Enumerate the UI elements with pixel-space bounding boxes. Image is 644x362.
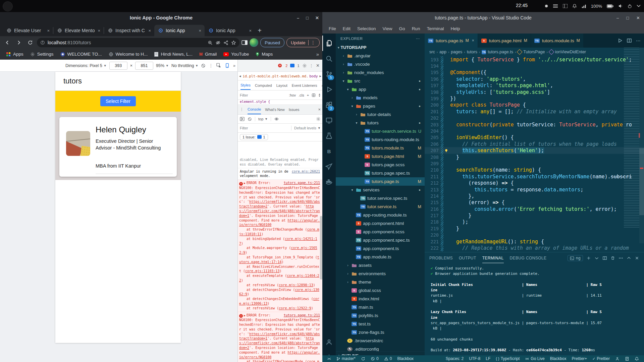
network-icon[interactable] xyxy=(582,4,586,8)
volume-icon[interactable] xyxy=(618,4,623,8)
shell-selector[interactable]: ng xyxy=(568,255,583,261)
device-toolbar-options-icon[interactable]: ⋮ xyxy=(209,63,213,68)
tree-folder[interactable]: ›.vscode xyxy=(336,60,425,68)
menu-icon[interactable] xyxy=(553,4,558,8)
console-sidebar-icon[interactable] xyxy=(240,117,245,121)
console-source-link[interactable]: tutors.page.ts:211 xyxy=(284,313,320,318)
tree-folder[interactable]: ▾services● xyxy=(336,186,425,194)
drawer-close-icon[interactable]: × xyxy=(318,107,321,112)
menu-run[interactable]: Run xyxy=(409,25,423,33)
remote-explorer-icon[interactable] xyxy=(322,113,336,128)
tab-close-icon[interactable]: × xyxy=(98,28,100,33)
vscode-title-bar[interactable]: tutors.page.ts - tutorsApp - Visual Stud… xyxy=(322,12,644,23)
run-button[interactable] xyxy=(617,38,623,43)
status-item-prettier[interactable]: ✓Prettier xyxy=(590,356,612,361)
console-tab-console[interactable]: Console xyxy=(248,105,261,114)
log-levels-select[interactable]: Default levels▼ xyxy=(294,126,321,130)
forward-button[interactable] xyxy=(14,38,23,47)
panel-tab-debug-console[interactable]: DEBUG CONSOLE xyxy=(510,256,547,260)
more-menu-icon[interactable]: ⋮ xyxy=(308,40,316,45)
console-filter-input[interactable]: Filter xyxy=(240,126,248,130)
editor-tab[interactable]: TStutors.module.tsM xyxy=(531,34,584,48)
send-icon[interactable] xyxy=(322,159,336,174)
tree-file[interactable]: TStutors-routing.module.ts xyxy=(336,135,425,144)
more-tabs-icon[interactable]: » xyxy=(233,63,235,68)
console-scrollbar[interactable] xyxy=(320,216,322,280)
drawer-menu-icon[interactable]: ⋮ xyxy=(240,107,244,112)
bookmark-star-icon[interactable] xyxy=(231,40,236,45)
devtools-settings-icon[interactable] xyxy=(302,63,307,68)
status-item-0[interactable]: 0 xyxy=(382,356,394,361)
breadcrumb-item[interactable]: TutorsPage xyxy=(523,50,545,54)
kill-terminal-icon[interactable] xyxy=(610,256,615,260)
close-button[interactable]: ✕ xyxy=(636,15,640,20)
device-height-input[interactable]: 851 xyxy=(135,62,153,70)
code-line[interactable]: 221 getRandomImageURL(): string { xyxy=(425,238,644,245)
status-item-lf[interactable]: LF xyxy=(483,356,493,361)
styles-tab-styles[interactable]: Styles xyxy=(240,81,251,90)
tree-file[interactable]: Sglobal.scss xyxy=(336,286,425,295)
close-panel-icon[interactable] xyxy=(635,256,639,260)
code-line[interactable]: 195@Component({ xyxy=(425,69,644,76)
code-line[interactable]: 214 }, xyxy=(425,193,644,199)
bookmark-item[interactable]: Maps xyxy=(253,51,275,58)
code-line[interactable]: 222 // Replace this with an array of ima… xyxy=(425,245,644,251)
code-line[interactable]: 197 templateUrl: 'tutors.page.html', xyxy=(425,82,644,89)
chrome-title-bar[interactable]: Ionic App - Google Chrome – □ ✕ xyxy=(0,12,322,23)
elements-breadcrumb[interactable]: ◀ id.plt-mobile.plt-mobileweb.md.hydrate… xyxy=(238,72,323,80)
tree-file[interactable]: Stutors.page.scss xyxy=(336,161,425,169)
tree-file[interactable]: 5app.component.html xyxy=(336,219,425,228)
code-line[interactable]: 204 xyxy=(425,128,644,134)
code-line[interactable]: 201 tutors: any[] = []; // Initialize wi… xyxy=(425,108,644,115)
bookmark-item[interactable]: Settings xyxy=(28,51,56,58)
tab-close-icon[interactable]: × xyxy=(148,28,151,33)
editor-scrollbar[interactable] xyxy=(639,48,644,243)
stack-text[interactable]: core.mjs:11103:13 xyxy=(245,269,279,273)
code-line[interactable]: 209 xyxy=(425,160,644,167)
browser-tab[interactable]: Inspect with C× xyxy=(104,25,154,36)
code-line[interactable]: 206 // Fetch initial list of tutors when… xyxy=(425,141,644,147)
scroll-down-icon[interactable]: ▼ xyxy=(318,95,321,97)
explorer-more-icon[interactable]: ⋯ xyxy=(416,36,420,41)
bookmark-item[interactable]: WELCOME TO... xyxy=(58,51,105,58)
search-icon[interactable] xyxy=(322,51,336,66)
panel-more-icon[interactable] xyxy=(619,256,623,260)
tree-folder[interactable]: ▾pages● xyxy=(336,102,425,110)
styles-toggle[interactable]: :hov xyxy=(289,93,296,97)
menu-file[interactable]: File xyxy=(326,25,339,33)
breadcrumb-item[interactable]: tutors.page.ts xyxy=(488,50,513,54)
code-line[interactable]: 216 console.error('Error fetching tutors… xyxy=(425,206,644,212)
code-line[interactable]: 202 xyxy=(425,115,644,121)
status-item[interactable] xyxy=(359,357,368,361)
code-line[interactable]: 208 } xyxy=(425,154,644,160)
styles-toggle[interactable]: .cls xyxy=(299,93,304,97)
minimap[interactable] xyxy=(624,48,639,229)
notifications-bell-icon[interactable] xyxy=(572,4,577,8)
new-tab-button[interactable]: + xyxy=(255,26,264,35)
device-toggle-icon[interactable] xyxy=(225,63,230,68)
workspace-grid-icon[interactable] xyxy=(563,4,568,8)
site-info-icon[interactable] xyxy=(40,40,45,45)
bookmarks-overflow-icon[interactable]: » xyxy=(316,51,319,57)
tree-folder[interactable]: ▾tutors● xyxy=(336,119,425,127)
code-line[interactable]: 215 (error) => { xyxy=(425,199,644,206)
stack-text[interactable]: core.mjs:12922:9 xyxy=(279,306,311,310)
code-line[interactable]: 213 this.tutors = response.data.mentors; xyxy=(425,186,644,193)
inspect-icon[interactable] xyxy=(216,63,221,68)
expand-icon[interactable]: ▶ xyxy=(244,182,246,185)
code-line[interactable]: 207 this.searchTutors('Helen'); xyxy=(425,147,644,154)
status-item-master-[interactable]: master* xyxy=(334,356,358,361)
tree-folder[interactable]: ▾app● xyxy=(336,85,425,94)
live-expression-eye-icon[interactable] xyxy=(274,117,279,121)
code-line[interactable]: 194 xyxy=(425,63,644,69)
power-icon[interactable] xyxy=(628,4,632,8)
code-line[interactable]: 200export class TutorsPage { xyxy=(425,102,644,108)
tree-file[interactable]: Sapp.component.scss xyxy=(336,228,425,236)
console-settings-icon[interactable] xyxy=(316,117,321,121)
stack-text[interactable]: core.mjs:12898:13 xyxy=(279,283,313,287)
code-line[interactable]: 205 ionViewDidEnter() { xyxy=(425,134,644,141)
console-log-message[interactable]: core.mjs:26021Angular is running in deve… xyxy=(238,168,323,180)
breadcrumb-item[interactable]: pages xyxy=(451,50,462,54)
clear-console-icon[interactable] xyxy=(248,117,252,121)
console-error-message[interactable]: tutors.page.ts:211×▶ERROR Error:NG0100: … xyxy=(238,180,323,312)
